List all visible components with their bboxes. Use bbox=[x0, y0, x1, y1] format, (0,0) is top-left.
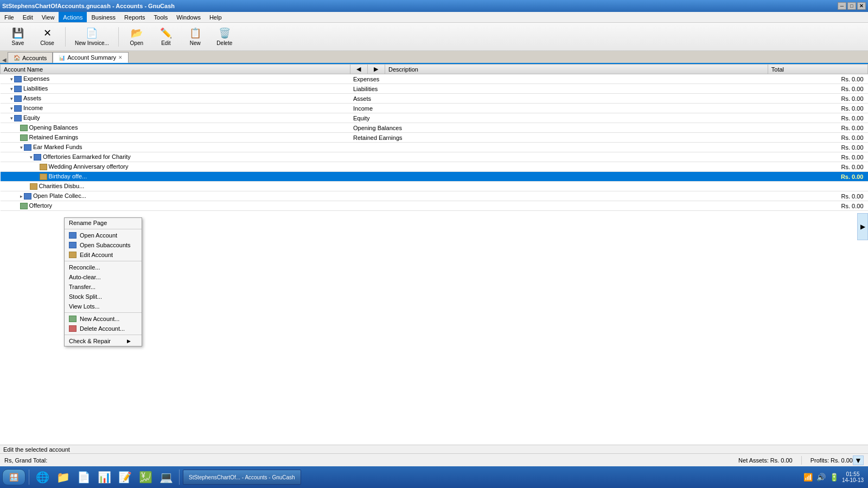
ctx-auto-clear[interactable]: Auto-clear... bbox=[65, 272, 142, 282]
taskbar-app-excel[interactable]: 📊 bbox=[94, 467, 114, 487]
menu-business[interactable]: Business bbox=[87, 12, 120, 22]
table-row[interactable]: ▾ LiabilitiesLiabilitiesRs. 0.00 bbox=[1, 84, 868, 94]
ctx-open-subaccounts-icon bbox=[69, 242, 76, 248]
table-row[interactable]: Retained EarningsRetained EarningsRs. 0.… bbox=[1, 133, 868, 143]
tab-account-summary[interactable]: 📊 Account Summary ✕ bbox=[53, 52, 129, 63]
menu-file[interactable]: File bbox=[0, 12, 18, 22]
edit-button[interactable]: ✏️ Edit bbox=[152, 25, 180, 49]
tab-accounts-label: Accounts bbox=[22, 55, 47, 61]
tab-accounts[interactable]: 🏠 Accounts bbox=[8, 52, 53, 63]
accounts-icon: 🏠 bbox=[14, 55, 20, 61]
col-header-desc-arrow-right[interactable]: ▶ bbox=[367, 65, 385, 74]
toolbar-separator-2 bbox=[118, 27, 119, 47]
status-message: Edit the selected account bbox=[3, 446, 70, 453]
table-row[interactable]: ▾ ExpensesExpensesRs. 0.00 bbox=[1, 74, 868, 84]
toolbar: 💾 Save ✕ Close 📄 New Invoice... 📂 Open ✏… bbox=[0, 23, 868, 51]
window-title: StStephensChartOfAccounts.gnucash - Acco… bbox=[2, 3, 175, 9]
taskbar-app-explorer[interactable]: 📁 bbox=[53, 467, 73, 487]
open-button[interactable]: 📂 Open bbox=[123, 25, 150, 49]
tab-nav-prev[interactable]: ◀ bbox=[2, 57, 7, 63]
grand-total-label: Rs, Grand Total: bbox=[4, 457, 47, 464]
ctx-stock-split[interactable]: Stock Split... bbox=[65, 292, 142, 301]
ctx-rename-page[interactable]: Rename Page bbox=[65, 218, 142, 228]
ctx-new-account-label: New Account... bbox=[80, 316, 119, 322]
ctx-open-subaccounts-label: Open Subaccounts bbox=[80, 242, 131, 248]
ctx-reconcile[interactable]: Reconcile... bbox=[65, 262, 142, 272]
taskbar-app-gnucash[interactable]: 💹 bbox=[136, 467, 155, 487]
ctx-delete-account[interactable]: Delete Account... bbox=[65, 324, 142, 333]
ctx-edit-account-label: Edit Account bbox=[80, 252, 113, 258]
table-row[interactable]: ▸ Open Plate Collec...Rs. 0.00 bbox=[1, 191, 868, 201]
menu-windows[interactable]: Windows bbox=[172, 12, 205, 22]
menu-tools[interactable]: Tools bbox=[150, 12, 173, 22]
taskbar-app-ie[interactable]: 🌐 bbox=[33, 467, 52, 487]
taskbar-window-gnucash[interactable]: StStephensChartOf... - Accounts - GnuCas… bbox=[183, 470, 301, 485]
status-arrow-button[interactable]: ▼ bbox=[853, 455, 864, 465]
ctx-open-subaccounts[interactable]: Open Subaccounts bbox=[65, 240, 142, 250]
taskbar-separator-2 bbox=[179, 470, 180, 485]
title-bar: StStephensChartOfAccounts.gnucash - Acco… bbox=[0, 0, 868, 12]
close-label: Close bbox=[40, 40, 54, 46]
new-invoice-icon: 📄 bbox=[85, 27, 98, 39]
ctx-view-lots[interactable]: View Lots... bbox=[65, 301, 142, 311]
new-invoice-label: New Invoice... bbox=[75, 40, 109, 46]
taskbar-app-pdf[interactable]: 📄 bbox=[74, 467, 93, 487]
table-row[interactable]: Wedding Anniversary offertoryRs. 0.00 bbox=[1, 162, 868, 172]
menu-edit[interactable]: Edit bbox=[18, 12, 37, 22]
close-button-toolbar[interactable]: ✕ Close bbox=[34, 25, 61, 49]
menu-view[interactable]: View bbox=[37, 12, 59, 22]
taskbar-app-terminal[interactable]: 💻 bbox=[156, 467, 176, 487]
status-bar: Rs, Grand Total: Net Assets: Rs. 0.00 Pr… bbox=[0, 453, 868, 466]
tray-network-icon[interactable]: 📶 bbox=[803, 472, 814, 483]
menu-actions[interactable]: Actions bbox=[59, 12, 87, 22]
side-scroll-button[interactable]: ▶ bbox=[857, 213, 868, 240]
table-row[interactable]: Opening BalancesOpening BalancesRs. 0.00 bbox=[1, 123, 868, 133]
ctx-delete-account-icon bbox=[69, 325, 76, 332]
ctx-edit-account[interactable]: Edit Account bbox=[65, 250, 142, 260]
ctx-submenu-arrow: ▶ bbox=[127, 338, 131, 344]
tab-bar: ◀ 🏠 Accounts 📊 Account Summary ✕ bbox=[0, 51, 868, 64]
ctx-delete-account-label: Delete Account... bbox=[80, 325, 125, 332]
table-row[interactable]: Charities Disbu... bbox=[1, 182, 868, 191]
ctx-new-account[interactable]: New Account... bbox=[65, 314, 142, 324]
ctx-open-account[interactable]: Open Account bbox=[65, 230, 142, 240]
tab-account-summary-label: Account Summary bbox=[67, 54, 116, 61]
menu-reports[interactable]: Reports bbox=[120, 12, 150, 22]
minimize-button[interactable]: ─ bbox=[838, 2, 846, 10]
table-row[interactable]: ▾ IncomeIncomeRs. 0.00 bbox=[1, 104, 868, 113]
clock-area: 01:55 14-10-13 bbox=[842, 471, 864, 483]
ctx-separator-1 bbox=[65, 229, 142, 229]
window-controls: ─ □ ✕ bbox=[838, 2, 866, 10]
accounts-table: Account Name ◀ ▶ Description Total ▾ Exp… bbox=[0, 64, 868, 211]
save-button[interactable]: 💾 Save bbox=[4, 25, 31, 49]
ctx-edit-account-icon bbox=[69, 252, 76, 258]
edit-label: Edit bbox=[161, 40, 170, 46]
new-button[interactable]: 📋 New bbox=[182, 25, 209, 49]
table-row[interactable]: OffertoryRs. 0.00 bbox=[1, 201, 868, 211]
tray-battery-icon[interactable]: 🔋 bbox=[829, 472, 840, 483]
table-row[interactable]: ▾ Offertories Earmarked for CharityRs. 0… bbox=[1, 152, 868, 162]
col-header-account-name: Account Name bbox=[1, 65, 350, 74]
ctx-check-repair[interactable]: Check & Repair ▶ bbox=[65, 336, 142, 346]
menu-help[interactable]: Help bbox=[205, 12, 226, 22]
tab-close-button[interactable]: ✕ bbox=[118, 55, 123, 60]
taskbar-app-word[interactable]: 📝 bbox=[115, 467, 135, 487]
tray-volume-icon[interactable]: 🔊 bbox=[816, 472, 827, 483]
table-row[interactable]: ▾ Ear Marked FundsRs. 0.00 bbox=[1, 143, 868, 152]
delete-icon: 🗑️ bbox=[218, 27, 231, 39]
ctx-transfer[interactable]: Transfer... bbox=[65, 282, 142, 292]
col-header-desc-arrow-left[interactable]: ◀ bbox=[350, 65, 367, 74]
new-invoice-button[interactable]: 📄 New Invoice... bbox=[70, 25, 114, 49]
ctx-auto-clear-label: Auto-clear... bbox=[69, 274, 101, 280]
close-button[interactable]: ✕ bbox=[857, 2, 866, 10]
delete-button[interactable]: 🗑️ Delete bbox=[211, 25, 238, 49]
table-row[interactable]: ▾ EquityEquityRs. 0.00 bbox=[1, 113, 868, 123]
ctx-reconcile-label: Reconcile... bbox=[69, 264, 100, 271]
bottom-area: Edit the selected account Rs, Grand Tota… bbox=[0, 445, 868, 466]
maximize-button[interactable]: □ bbox=[847, 2, 856, 10]
table-row[interactable]: ▾ AssetsAssetsRs. 0.00 bbox=[1, 94, 868, 104]
start-button[interactable]: 🪟 bbox=[2, 469, 25, 485]
table-row[interactable]: Birthday offe...Rs. 0.00 bbox=[1, 172, 868, 182]
open-label: Open bbox=[130, 40, 143, 46]
ctx-separator-3 bbox=[65, 312, 142, 313]
